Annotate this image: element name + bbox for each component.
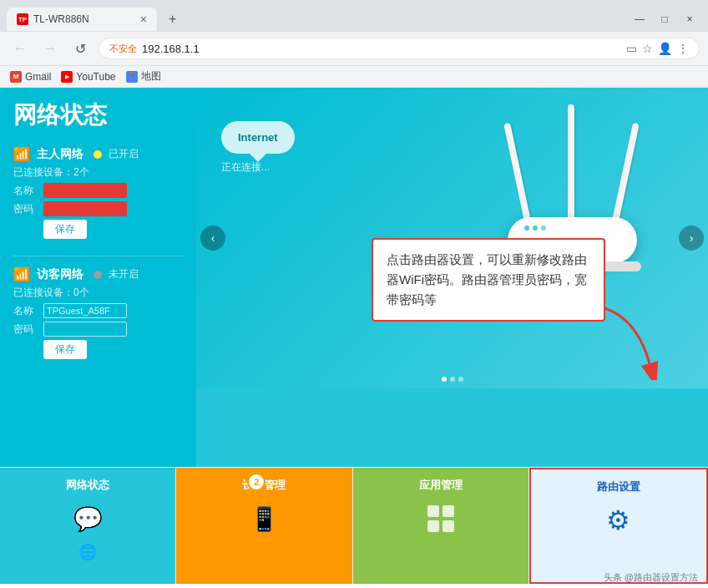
wifi-icon: 📶 (13, 146, 30, 162)
tab-favicon: TP (17, 13, 28, 25)
dot-2 (450, 377, 455, 382)
main-network-password-row: 密码 (13, 201, 183, 216)
bottom-nav-router-settings-icon-area: ⚙ (598, 499, 640, 541)
bottom-nav-app-icon-area (420, 498, 462, 540)
sidebar-title: 网络状态 (0, 88, 196, 139)
security-icon: 不安全 (109, 43, 137, 55)
bookmark-gmail[interactable]: M Gmail (10, 71, 51, 83)
tooltip-text: 点击路由器设置，可以重新修改路由器WiFi密码。路由器管理员密码，宽带密码等 (387, 250, 590, 310)
carousel-next-button[interactable]: › (679, 226, 704, 251)
forward-button[interactable]: → (38, 37, 62, 60)
device-icon: 📱 (250, 505, 279, 533)
antenna-center (568, 104, 574, 221)
router-lights (508, 217, 637, 239)
guest-network-name-value: TPGuest_A58F (44, 304, 126, 317)
carousel-dots (442, 377, 463, 382)
cloud-shape: Internet (221, 121, 295, 154)
bottom-nav-network-status-label: 网络状态 (66, 478, 109, 493)
main-network-status-dot (94, 150, 102, 159)
chat-icon: 💬 (73, 505, 103, 533)
page-content: 网络状态 📶 主人网络 已开启 已连接设备：2个 名称 密码 (0, 88, 708, 584)
antenna-left (503, 123, 531, 222)
bottom-navigation: 网络状态 💬 🌐 设备管理 2 📱 应用管理 (0, 467, 708, 584)
main-network-name-label: 名称 (13, 184, 38, 198)
tooltip-box: 点击路由器设置，可以重新修改路由器WiFi密码。路由器管理员密码，宽带密码等 (372, 238, 605, 322)
dot-3 (458, 377, 463, 382)
window-controls: — □ × (628, 8, 701, 31)
bookmarks-bar: M Gmail ▶ YouTube 📍 地图 (0, 66, 708, 88)
dot-1 (442, 377, 447, 382)
main-network-section: 📶 主人网络 已开启 已连接设备：2个 名称 密码 保存 (0, 139, 196, 252)
connecting-text: 正在连接... (221, 160, 295, 175)
guest-network-header: 📶 访客网络 未开启 (13, 266, 183, 282)
bottom-nav-router-settings[interactable]: 路由设置 ⚙ (529, 468, 708, 584)
main-network-status: 已开启 (109, 147, 139, 161)
svg-rect-3 (427, 520, 439, 532)
address-bar[interactable]: 不安全 192.168.1.1 ▭ ☆ 👤 ⋮ (99, 38, 700, 59)
browser-window: TP TL-WR886N × + — □ × ← → ↺ 不安全 192.168… (0, 0, 708, 88)
guest-network-password-label: 密码 (13, 322, 38, 337)
main-network-save-button[interactable]: 保存 (43, 220, 87, 239)
globe-icon: 🌐 (78, 543, 97, 561)
main-network-name-row: 名称 (13, 183, 183, 198)
guest-network-save-button[interactable]: 保存 (43, 340, 87, 359)
network-status-sub-icons: 🌐 (78, 543, 97, 561)
settings-gear-icon: ⚙ (606, 504, 630, 536)
address-icons: ▭ ☆ 👤 ⋮ (626, 42, 689, 55)
guest-network-name-input[interactable]: TPGuest_A58F (43, 303, 127, 318)
main-content: Internet 正在连接... (196, 88, 708, 467)
bottom-nav-network-status[interactable]: 网络状态 💬 🌐 (0, 468, 176, 584)
guest-network-password-input[interactable] (43, 322, 127, 337)
tab-title: TL-WR886N (33, 13, 135, 25)
guest-network-section: 📶 访客网络 未开启 已连接设备：0个 名称 TPGuest_A58F 密码 保… (0, 260, 196, 373)
maximize-button[interactable]: □ (653, 8, 676, 31)
tab-bar: TP TL-WR886N × + — □ × (0, 0, 708, 32)
back-button[interactable]: ← (8, 37, 32, 60)
svg-rect-1 (427, 505, 439, 517)
navigation-bar: ← → ↺ 不安全 192.168.1.1 ▭ ☆ 👤 ⋮ (0, 32, 708, 66)
antenna-right (612, 123, 640, 222)
profile-icon[interactable]: 👤 (658, 42, 672, 55)
bookmark-youtube[interactable]: ▶ YouTube (61, 71, 115, 83)
main-network-password-input[interactable] (43, 201, 127, 216)
main-network-name-input[interactable] (43, 183, 127, 198)
guest-network-label: 访客网络 (37, 267, 83, 282)
main-network-password-label: 密码 (13, 202, 38, 216)
guest-network-status-dot (94, 271, 102, 279)
apps-grid-icon (424, 502, 458, 535)
bookmark-gmail-label: Gmail (25, 71, 51, 83)
svg-rect-4 (442, 520, 454, 532)
internet-label: Internet (238, 131, 278, 144)
main-network-header: 📶 主人网络 已开启 (13, 146, 183, 162)
sidebar: 网络状态 📶 主人网络 已开启 已连接设备：2个 名称 密码 (0, 88, 196, 467)
menu-icon[interactable]: ⋮ (677, 42, 689, 55)
bookmark-maps[interactable]: 📍 地图 (126, 69, 161, 84)
tab-close-button[interactable]: × (140, 13, 147, 26)
main-area: 网络状态 📶 主人网络 已开启 已连接设备：2个 名称 密码 (0, 88, 708, 467)
bottom-nav-app-management[interactable]: 应用管理 (353, 468, 529, 584)
new-tab-button[interactable]: + (164, 7, 181, 32)
main-network-devices: 已连接设备：2个 (13, 165, 183, 180)
main-network-label: 主人网络 (37, 147, 83, 162)
router-light-1 (524, 226, 529, 231)
router-light-2 (533, 226, 538, 231)
cast-icon[interactable]: ▭ (626, 42, 637, 55)
bookmark-icon[interactable]: ☆ (642, 42, 653, 55)
watermark: 头条 @路由器设置方法 (604, 571, 698, 584)
refresh-button[interactable]: ↺ (68, 37, 92, 60)
network-divider (13, 256, 183, 256)
close-button[interactable]: × (678, 8, 701, 31)
guest-network-status: 未开启 (109, 267, 139, 281)
active-tab[interactable]: TP TL-WR886N × (7, 8, 157, 31)
address-text: 192.168.1.1 (142, 43, 621, 55)
bottom-nav-router-settings-label: 路由设置 (597, 479, 640, 494)
bottom-nav-device-icon-area: 📱 (243, 498, 285, 540)
bookmark-maps-label: 地图 (141, 69, 161, 84)
guest-network-password-row: 密码 (13, 322, 183, 337)
bottom-nav-app-label: 应用管理 (419, 478, 463, 493)
carousel-prev-button[interactable]: ‹ (200, 226, 225, 251)
minimize-button[interactable]: — (628, 8, 651, 31)
guest-network-name-label: 名称 (13, 304, 38, 318)
device-badge: 2 (247, 473, 266, 491)
bottom-nav-device-management[interactable]: 设备管理 2 📱 (176, 468, 352, 584)
